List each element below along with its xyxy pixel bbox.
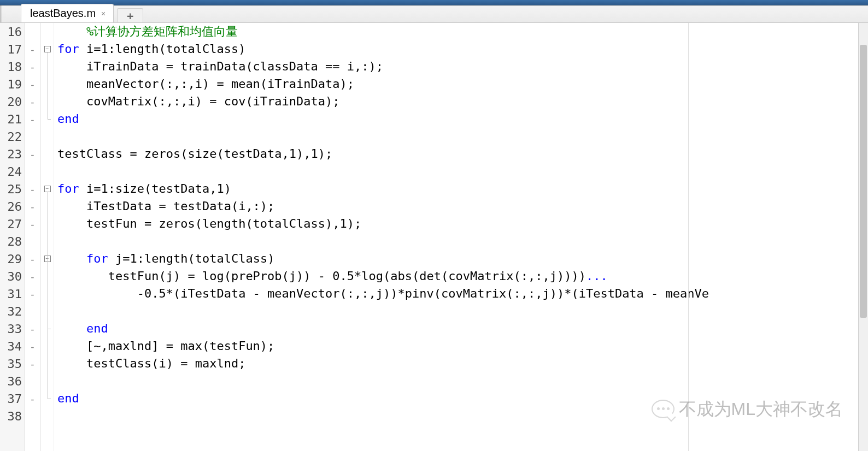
code-line[interactable]: iTrainData = trainData(classData == i,:)… (54, 58, 858, 75)
code-line[interactable]: for i=1:size(testData,1) (54, 180, 858, 198)
breakpoint-slot[interactable] (25, 233, 40, 250)
breakpoint-slot[interactable] (25, 163, 40, 180)
code-line[interactable] (54, 302, 858, 320)
fold-slot[interactable] (41, 110, 54, 128)
code-editor[interactable]: 不成为ML大神不改名 %计算协方差矩阵和均值向量for i=1:length(t… (54, 23, 858, 451)
code-line[interactable]: end (54, 390, 858, 407)
code-line[interactable]: meanVector(:,:,i) = mean(iTrainData); (54, 75, 858, 93)
fold-toggle-icon[interactable]: − (44, 186, 51, 192)
breakpoint-slot[interactable]: - (25, 390, 40, 407)
code-line[interactable]: iTestData = testData(i,:); (54, 198, 858, 215)
fold-slot[interactable] (41, 372, 54, 390)
breakpoint-slot[interactable] (25, 407, 40, 425)
close-icon[interactable]: × (101, 9, 105, 18)
breakpoint-slot[interactable]: - (25, 145, 40, 163)
file-tab[interactable]: leastBayes.m × (21, 4, 114, 22)
line-number: 36 (0, 372, 24, 390)
fold-slot[interactable]: − (41, 180, 54, 198)
code-line[interactable]: covMatrix(:,:,i) = cov(iTrainData); (54, 93, 858, 110)
line-number: 34 (0, 337, 24, 355)
breakpoint-slot[interactable]: - (25, 93, 40, 110)
breakpoint-slot[interactable]: - (25, 110, 40, 128)
code-line[interactable]: testFun(j) = log(preProb(j)) - 0.5*log(a… (54, 268, 858, 285)
fold-slot[interactable] (41, 163, 54, 180)
code-line[interactable]: [~,maxlnd] = max(testFun); (54, 337, 858, 355)
line-number: 16 (0, 23, 24, 40)
line-number: 21 (0, 110, 24, 128)
line-number: 29 (0, 250, 24, 268)
breakpoint-slot[interactable]: - (25, 337, 40, 355)
code-line[interactable]: end (54, 320, 858, 337)
line-number: 23 (0, 145, 24, 163)
fold-slot[interactable]: − (41, 40, 54, 58)
work-area: 1617181920212223242526272829303132333435… (0, 23, 868, 451)
code-line[interactable]: testClass = zeros(size(testData,1),1); (54, 145, 858, 163)
line-number: 28 (0, 233, 24, 250)
line-number: 26 (0, 198, 24, 215)
line-number: 20 (0, 93, 24, 110)
line-number: 35 (0, 355, 24, 372)
fold-slot[interactable] (41, 285, 54, 302)
fold-slot[interactable] (41, 198, 54, 215)
line-number: 24 (0, 163, 24, 180)
right-margin-guide (688, 23, 689, 451)
line-number: 30 (0, 268, 24, 285)
fold-slot[interactable] (41, 233, 54, 250)
breakpoint-gutter[interactable]: ---------------- (25, 23, 41, 451)
line-number-gutter: 1617181920212223242526272829303132333435… (0, 23, 25, 451)
line-number: 32 (0, 302, 24, 320)
fold-slot[interactable] (41, 302, 54, 320)
code-line[interactable]: -0.5*(iTestData - meanVector(:,:,j))*pin… (54, 285, 858, 302)
fold-slot[interactable] (41, 407, 54, 425)
code-line[interactable]: %计算协方差矩阵和均值向量 (54, 23, 858, 40)
code-line[interactable]: for i=1:length(totalClass) (54, 40, 858, 58)
breakpoint-slot[interactable]: - (25, 198, 40, 215)
breakpoint-slot[interactable] (25, 302, 40, 320)
line-number: 22 (0, 128, 24, 145)
code-line[interactable] (54, 128, 858, 145)
code-line[interactable] (54, 372, 858, 390)
fold-slot[interactable] (41, 320, 54, 337)
code-line[interactable]: for j=1:length(totalClass) (54, 250, 858, 268)
breakpoint-slot[interactable]: - (25, 250, 40, 268)
fold-slot[interactable] (41, 75, 54, 93)
vertical-scrollbar[interactable] (858, 23, 868, 451)
fold-slot[interactable] (41, 145, 54, 163)
file-tab-label: leastBayes.m (30, 7, 96, 20)
breakpoint-slot[interactable]: - (25, 75, 40, 93)
fold-slot[interactable] (41, 268, 54, 285)
new-tab-button[interactable]: + (117, 8, 143, 22)
code-line[interactable] (54, 407, 858, 425)
code-line[interactable]: testClass(i) = maxlnd; (54, 355, 858, 372)
breakpoint-slot[interactable]: - (25, 215, 40, 233)
fold-slot[interactable] (41, 390, 54, 407)
breakpoint-slot[interactable]: - (25, 320, 40, 337)
code-line[interactable] (54, 233, 858, 250)
fold-slot[interactable] (41, 93, 54, 110)
breakpoint-slot[interactable] (25, 372, 40, 390)
breakpoint-slot[interactable] (25, 23, 40, 40)
line-number: 25 (0, 180, 24, 198)
fold-slot[interactable] (41, 128, 54, 145)
fold-slot[interactable] (41, 23, 54, 40)
fold-slot[interactable] (41, 337, 54, 355)
fold-slot[interactable] (41, 58, 54, 75)
breakpoint-slot[interactable] (25, 128, 40, 145)
breakpoint-slot[interactable]: - (25, 268, 40, 285)
code-line[interactable]: end (54, 110, 858, 128)
fold-gutter[interactable]: −−− (41, 23, 54, 451)
fold-slot[interactable] (41, 215, 54, 233)
window-titlebar (0, 0, 868, 5)
fold-slot[interactable] (41, 355, 54, 372)
scrollbar-thumb[interactable] (860, 45, 867, 318)
code-line[interactable]: testFun = zeros(length(totalClass),1); (54, 215, 858, 233)
fold-slot[interactable]: − (41, 250, 54, 268)
breakpoint-slot[interactable]: - (25, 40, 40, 58)
line-number: 38 (0, 407, 24, 425)
fold-toggle-icon[interactable]: − (44, 46, 51, 52)
breakpoint-slot[interactable]: - (25, 285, 40, 302)
breakpoint-slot[interactable]: - (25, 355, 40, 372)
code-line[interactable] (54, 163, 858, 180)
breakpoint-slot[interactable]: - (25, 180, 40, 198)
breakpoint-slot[interactable]: - (25, 58, 40, 75)
